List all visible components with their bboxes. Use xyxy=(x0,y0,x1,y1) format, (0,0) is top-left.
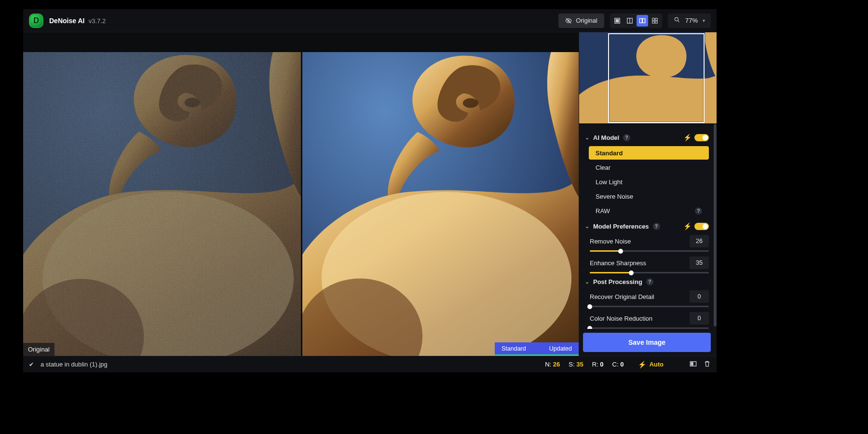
slider-value[interactable]: 0 xyxy=(690,312,709,325)
help-icon[interactable]: ? xyxy=(653,223,660,230)
section-post-processing-title: Post Processing xyxy=(593,278,642,285)
pane-original: Original xyxy=(23,52,301,356)
section-ai-model-title: AI Model xyxy=(593,134,619,141)
metric-n: 26 xyxy=(553,361,560,368)
view-split-horiz-button[interactable] xyxy=(624,15,636,27)
slider-value[interactable]: 0 xyxy=(690,290,709,303)
help-icon[interactable]: ? xyxy=(695,207,702,215)
navigator-viewport-frame[interactable] xyxy=(608,33,705,123)
section-ai-model-header[interactable]: ⌄ AI Model ? ⚡ xyxy=(585,134,709,141)
magnifier-icon xyxy=(674,16,680,25)
svg-rect-10 xyxy=(652,21,654,23)
svg-line-13 xyxy=(678,21,679,22)
svg-rect-9 xyxy=(655,18,657,20)
section-post-processing-header[interactable]: ⌄ Post Processing ? xyxy=(585,278,709,285)
view-grid-button[interactable] xyxy=(649,15,661,27)
slider-enhance-sharpness: Enhance Sharpness 35 xyxy=(585,257,709,273)
zoom-level-label: 77% xyxy=(685,17,698,24)
footer: ✔ a statue in dublin (1).jpg N: 26 S: 35… xyxy=(23,356,717,372)
slider-label: Recover Original Detail xyxy=(590,293,654,300)
zoom-control[interactable]: 77% ▾ xyxy=(668,14,711,28)
svg-rect-6 xyxy=(639,18,642,23)
svg-rect-7 xyxy=(642,18,645,23)
metric-c: 0 xyxy=(620,361,624,368)
canvas[interactable]: Original xyxy=(23,32,579,356)
help-icon[interactable]: ? xyxy=(623,134,630,141)
main-area: Original xyxy=(23,32,717,356)
chevron-down-icon: ⌄ xyxy=(585,135,589,141)
eye-off-icon xyxy=(565,17,572,24)
status-model-label: Standard xyxy=(502,345,526,352)
section-model-prefs-title: Model Preferences xyxy=(593,223,649,230)
model-option-lowlight[interactable]: Low Light xyxy=(589,175,709,189)
slider-label: Color Noise Reduction xyxy=(590,315,652,322)
app-logo: D xyxy=(29,14,43,28)
view-single-button[interactable] xyxy=(611,15,623,27)
svg-rect-26 xyxy=(691,362,693,365)
slider-value[interactable]: 26 xyxy=(690,235,709,247)
save-image-button[interactable]: Save Image xyxy=(583,333,711,352)
topbar: D DeNoise AI v3.7.2 Original xyxy=(23,9,717,32)
status-state-label: Updated xyxy=(549,345,572,352)
app-title-wrap: DeNoise AI v3.7.2 xyxy=(49,16,106,25)
filename-label: a statue in dublin (1).jpg xyxy=(41,361,108,368)
svg-rect-18 xyxy=(23,52,301,356)
processing-status-pill: Standard Updated xyxy=(495,342,579,356)
chevron-down-icon: ⌄ xyxy=(585,279,589,285)
help-icon[interactable]: ? xyxy=(646,278,653,285)
toggle-original-button[interactable]: Original xyxy=(558,14,604,28)
slider-track[interactable] xyxy=(590,250,709,252)
sidebar: ⌄ AI Model ? ⚡ Standard Clear Low Light … xyxy=(579,32,717,356)
slider-label: Enhance Sharpness xyxy=(590,259,646,267)
metric-r: 0 xyxy=(600,361,603,368)
view-sidebyside-button[interactable] xyxy=(637,15,648,27)
section-model-prefs-header[interactable]: ⌄ Model Preferences ? ⚡ xyxy=(585,222,709,230)
metric-s: 35 xyxy=(576,361,583,368)
chevron-down-icon: ▾ xyxy=(703,18,705,23)
auto-indicator[interactable]: ⚡ Auto xyxy=(638,361,664,368)
model-prefs-auto-toggle[interactable] xyxy=(694,223,709,230)
pane-processed: Standard Updated ☺ 😐 xyxy=(301,52,579,356)
svg-point-12 xyxy=(675,17,678,21)
footer-metrics: N: 26 S: 35 R: 0 C: 0 ⚡ Auto xyxy=(545,361,664,368)
ai-model-auto-toggle[interactable] xyxy=(694,134,709,141)
toggle-original-label: Original xyxy=(576,17,597,24)
model-option-raw[interactable]: RAW? xyxy=(589,204,709,217)
view-mode-group xyxy=(610,14,662,28)
ai-model-list: Standard Clear Low Light Severe Noise RA… xyxy=(585,146,709,217)
app-window: D DeNoise AI v3.7.2 Original xyxy=(23,9,717,372)
slider-track[interactable] xyxy=(590,306,709,307)
slider-track[interactable] xyxy=(590,272,709,273)
slider-recover-detail: Recover Original Detail 0 xyxy=(585,290,709,307)
pane-original-label: Original xyxy=(23,343,54,356)
app-title: DeNoise AI xyxy=(49,17,84,25)
check-icon: ✔ xyxy=(29,361,34,368)
slider-value[interactable]: 35 xyxy=(690,257,709,269)
bolt-icon: ⚡ xyxy=(683,222,692,230)
svg-rect-3 xyxy=(615,19,619,22)
bolt-icon: ⚡ xyxy=(683,134,692,141)
sidebar-scrollbar[interactable] xyxy=(714,32,717,356)
trash-icon[interactable] xyxy=(704,360,711,369)
model-option-severenoise[interactable]: Severe Noise xyxy=(589,190,709,203)
model-option-standard[interactable]: Standard xyxy=(589,146,709,160)
app-version: v3.7.2 xyxy=(89,17,106,25)
svg-rect-8 xyxy=(652,18,654,20)
model-option-clear[interactable]: Clear xyxy=(589,161,709,174)
navigator-thumbnail[interactable] xyxy=(579,32,717,124)
svg-rect-11 xyxy=(655,21,657,23)
chevron-down-icon: ⌄ xyxy=(585,223,589,230)
slider-color-noise: Color Noise Reduction 0 xyxy=(585,312,709,329)
bolt-icon: ⚡ xyxy=(638,361,646,368)
compare-icon[interactable] xyxy=(690,360,697,369)
slider-label: Remove Noise xyxy=(590,238,631,245)
slider-track[interactable] xyxy=(590,327,709,329)
svg-point-22 xyxy=(463,98,478,108)
slider-remove-noise: Remove Noise 26 xyxy=(585,235,709,252)
